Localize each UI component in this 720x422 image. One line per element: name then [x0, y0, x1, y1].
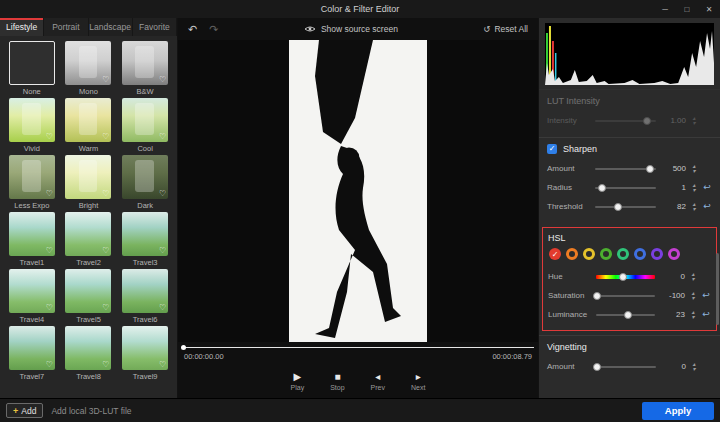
filter-travel1[interactable]: ♡ Travel1: [6, 212, 58, 269]
filter-thumbnail[interactable]: ♡: [9, 269, 55, 313]
intensity-slider[interactable]: [595, 120, 656, 122]
next-button[interactable]: ▸ Next: [411, 371, 425, 391]
hsl-color-green[interactable]: [600, 248, 612, 260]
filter-thumbnail[interactable]: ♡: [122, 41, 168, 85]
slider-knob[interactable]: [646, 165, 654, 173]
slider-knob[interactable]: [614, 203, 622, 211]
hsl-color-orange[interactable]: [566, 248, 578, 260]
favorite-heart-icon[interactable]: ♡: [46, 190, 53, 198]
filter-travel4[interactable]: ♡ Travel4: [6, 269, 58, 326]
tab-favorite[interactable]: Favorite: [133, 18, 177, 36]
reset-all-button[interactable]: ↺ Reset All: [483, 24, 528, 34]
hsl-color-blue[interactable]: [634, 248, 646, 260]
filter-thumbnail[interactable]: ♡: [122, 98, 168, 142]
filter-thumbnail[interactable]: ♡: [65, 212, 111, 256]
tab-lifestyle[interactable]: Lifestyle: [0, 18, 44, 36]
vignetting-slider[interactable]: [595, 366, 656, 368]
saturation-slider[interactable]: [596, 295, 655, 297]
redo-icon[interactable]: ↷: [209, 24, 218, 35]
hsl-color-violet[interactable]: [651, 248, 663, 260]
filter-travel3[interactable]: ♡ Travel3: [119, 212, 171, 269]
favorite-heart-icon[interactable]: ♡: [159, 247, 166, 255]
intensity-spinner[interactable]: ▴▾: [690, 116, 698, 126]
minimize-icon[interactable]: ─: [654, 0, 676, 18]
saturation-spinner[interactable]: ▴▾: [689, 291, 697, 301]
favorite-heart-icon[interactable]: ♡: [102, 133, 109, 141]
amount-spinner[interactable]: ▴▾: [690, 164, 698, 174]
filter-bright[interactable]: ♡ Bright: [63, 155, 115, 212]
favorite-heart-icon[interactable]: ♡: [159, 304, 166, 312]
filter-thumbnail[interactable]: ♡: [65, 41, 111, 85]
filter-thumbnail[interactable]: ♡: [9, 98, 55, 142]
hsl-color-yellow[interactable]: [583, 248, 595, 260]
timeline-track[interactable]: [182, 347, 534, 348]
filter-bw[interactable]: ♡ B&W: [119, 41, 171, 98]
maximize-icon[interactable]: □: [676, 0, 698, 18]
filter-thumbnail[interactable]: ♡: [9, 326, 55, 370]
favorite-heart-icon[interactable]: ♡: [46, 304, 53, 312]
favorite-heart-icon[interactable]: ♡: [46, 133, 53, 141]
favorite-heart-icon[interactable]: ♡: [159, 361, 166, 369]
stop-button[interactable]: ■ Stop: [330, 371, 344, 391]
hue-slider[interactable]: [596, 275, 655, 279]
favorite-heart-icon[interactable]: ♡: [102, 304, 109, 312]
hsl-color-magenta[interactable]: [668, 248, 680, 260]
tab-portrait[interactable]: Portrait: [44, 18, 88, 36]
filter-thumbnail[interactable]: ♡: [122, 269, 168, 313]
filter-warm[interactable]: ♡ Warm: [63, 98, 115, 155]
add-lut-button[interactable]: + Add: [6, 403, 43, 418]
apply-button[interactable]: Apply: [642, 402, 714, 420]
video-preview[interactable]: [178, 40, 538, 342]
filter-thumbnail[interactable]: ♡: [9, 155, 55, 199]
saturation-reset-icon[interactable]: ↩: [701, 291, 711, 300]
filter-dark[interactable]: ♡ Dark: [119, 155, 171, 212]
slider-knob[interactable]: [593, 292, 601, 300]
favorite-heart-icon[interactable]: ♡: [46, 361, 53, 369]
tab-landscape[interactable]: Landscape: [89, 18, 133, 36]
filter-travel5[interactable]: ♡ Travel5: [63, 269, 115, 326]
amount-slider[interactable]: [595, 168, 656, 170]
threshold-reset-icon[interactable]: ↩: [702, 202, 712, 211]
filter-mono[interactable]: ♡ Mono: [63, 41, 115, 98]
filter-thumbnail[interactable]: ♡: [65, 326, 111, 370]
close-icon[interactable]: ✕: [698, 0, 720, 18]
filter-none[interactable]: None: [6, 41, 58, 98]
favorite-heart-icon[interactable]: ♡: [159, 133, 166, 141]
filter-travel6[interactable]: ♡ Travel6: [119, 269, 171, 326]
radius-reset-icon[interactable]: ↩: [702, 183, 712, 192]
filter-thumbnail[interactable]: ♡: [65, 155, 111, 199]
slider-knob[interactable]: [624, 311, 632, 319]
filter-thumbnail[interactable]: ♡: [65, 98, 111, 142]
filter-travel7[interactable]: ♡ Travel7: [6, 326, 58, 383]
filter-travel8[interactable]: ♡ Travel8: [63, 326, 115, 383]
panel-scrollbar[interactable]: [716, 253, 719, 325]
favorite-heart-icon[interactable]: ♡: [102, 76, 109, 84]
filter-less-expo[interactable]: ♡ Less Expo: [6, 155, 58, 212]
slider-knob[interactable]: [593, 363, 601, 371]
undo-icon[interactable]: ↶: [188, 24, 197, 35]
filter-thumbnail[interactable]: ♡: [122, 326, 168, 370]
radius-slider[interactable]: [595, 187, 656, 189]
favorite-heart-icon[interactable]: ♡: [102, 190, 109, 198]
playhead-handle[interactable]: [181, 345, 186, 350]
timeline-scrubber[interactable]: [178, 342, 538, 352]
threshold-slider[interactable]: [595, 206, 656, 208]
favorite-heart-icon[interactable]: ♡: [102, 361, 109, 369]
filter-thumbnail[interactable]: [9, 41, 55, 85]
filter-travel9[interactable]: ♡ Travel9: [119, 326, 171, 383]
vignetting-spinner[interactable]: ▴▾: [690, 362, 698, 372]
filter-thumbnail[interactable]: ♡: [122, 212, 168, 256]
luminance-slider[interactable]: [596, 314, 655, 316]
filter-vivid[interactable]: ♡ Vivid: [6, 98, 58, 155]
favorite-heart-icon[interactable]: ♡: [159, 76, 166, 84]
prev-button[interactable]: ◂ Prev: [371, 371, 385, 391]
luminance-reset-icon[interactable]: ↩: [701, 310, 711, 319]
slider-knob[interactable]: [619, 273, 627, 281]
slider-knob[interactable]: [643, 117, 651, 125]
radius-spinner[interactable]: ▴▾: [690, 183, 698, 193]
filter-travel2[interactable]: ♡ Travel2: [63, 212, 115, 269]
favorite-heart-icon[interactable]: ♡: [46, 247, 53, 255]
slider-knob[interactable]: [598, 184, 606, 192]
favorite-heart-icon[interactable]: ♡: [159, 190, 166, 198]
threshold-spinner[interactable]: ▴▾: [690, 202, 698, 212]
